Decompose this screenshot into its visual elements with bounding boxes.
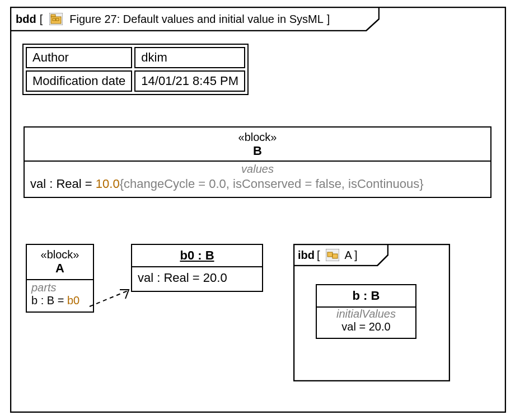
instance-slots: val : Real = 20.0 — [132, 267, 262, 291]
ibd-frame-a: ibd [ A ] b : B initialValues val = 20.0 — [293, 244, 450, 381]
bracket-open: [ — [40, 13, 43, 26]
instance-name: b0 : B — [132, 245, 262, 266]
initial-value: val = 20.0 — [321, 320, 411, 333]
block-b-header: «block» B — [25, 128, 490, 161]
block-b: «block» B values val : Real = 10.0{chang… — [24, 126, 491, 198]
prop-type: Real — [56, 177, 81, 191]
meta-label: Author — [26, 47, 132, 68]
table-row: Author dkim — [26, 47, 245, 68]
block-a-parts: b : B = b0 — [27, 294, 93, 312]
bracket-close: ] — [327, 13, 330, 26]
ibd-frame-header: ibd [ A ] — [293, 244, 388, 266]
bracket-open: [ — [317, 249, 320, 262]
svg-rect-10 — [327, 252, 333, 257]
instance-b0: b0 : B val : Real = 20.0 — [131, 244, 263, 292]
diagram-canvas: bdd [ Figure 27: Default values and init… — [0, 0, 515, 420]
ibd-part-b: b : B initialValues val = 20.0 — [316, 284, 416, 339]
meta-label: Modification date — [26, 70, 132, 92]
svg-rect-11 — [333, 254, 338, 258]
table-row: Modification date 14/01/21 8:45 PM — [26, 70, 245, 92]
package-icon — [49, 13, 63, 25]
ibd-context: A — [345, 249, 352, 262]
prop-constraints: {changeCycle = 0.0, isConserved = false,… — [120, 177, 424, 191]
parts-section-label: parts — [27, 280, 93, 294]
block-b-stereotype: «block» — [25, 131, 490, 144]
frame-kind: bdd — [16, 13, 36, 26]
svg-rect-2 — [51, 15, 55, 17]
slot-value: 20.0 — [203, 271, 227, 285]
part-default: b0 — [67, 294, 79, 306]
block-a: «block» A parts b : B = b0 — [26, 244, 94, 313]
prop-name: val — [30, 177, 46, 191]
bdd-frame-header: bdd [ Figure 27: Default values and init… — [10, 7, 380, 31]
svg-line-7 — [90, 291, 128, 306]
slot-name: val — [138, 271, 153, 285]
ibd-part-name: b : B — [317, 285, 415, 306]
ibd-kind: ibd — [298, 249, 315, 262]
block-a-name: A — [27, 261, 93, 276]
bracket-close: ] — [354, 249, 358, 262]
meta-value: 14/01/21 8:45 PM — [134, 70, 245, 92]
part-type: B — [47, 294, 54, 306]
initial-values-label: initialValues — [321, 308, 411, 320]
prop-default: 10.0 — [96, 177, 120, 191]
meta-value: dkim — [134, 47, 245, 68]
slot-type: Real — [163, 271, 189, 285]
frame-title: Figure 27: Default values and initial va… — [69, 13, 324, 26]
values-section-label: values — [25, 162, 490, 176]
block-a-header: «block» A — [27, 245, 93, 279]
metadata-table: Author dkim Modification date 14/01/21 8… — [22, 44, 249, 95]
block-a-stereotype: «block» — [27, 248, 93, 261]
block-b-name: B — [25, 144, 490, 158]
block-b-values: val : Real = 10.0{changeCycle = 0.0, isC… — [25, 176, 490, 197]
part-name: b — [31, 294, 38, 306]
ibd-icon — [326, 249, 339, 261]
